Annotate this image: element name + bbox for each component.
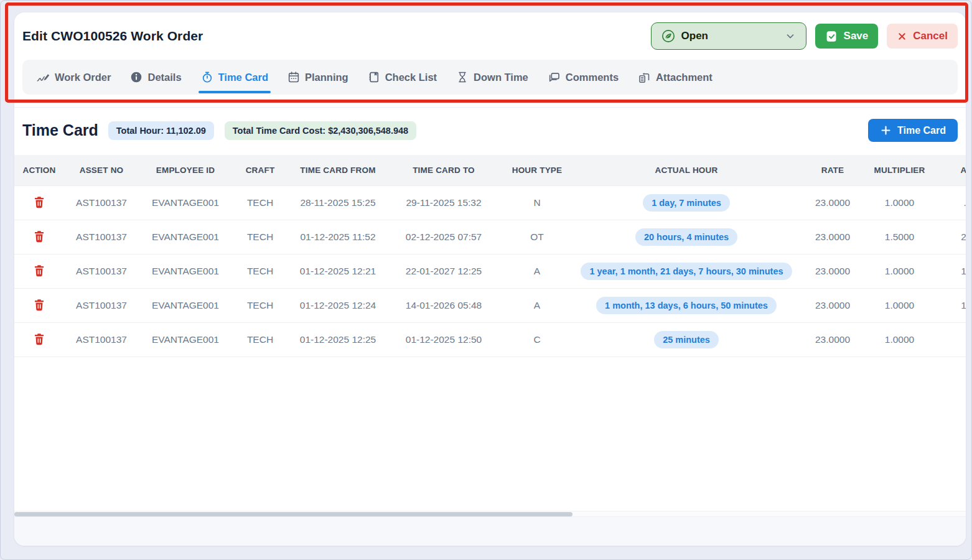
- attachment-icon: [638, 71, 651, 84]
- action-cell: [14, 323, 64, 357]
- plus-icon: [880, 124, 892, 136]
- panel-footer: [14, 516, 966, 546]
- tab-label: Check List: [385, 72, 437, 83]
- delete-row-button[interactable]: [32, 263, 47, 279]
- trash-icon: [33, 298, 45, 312]
- adder-cell: 1.0000: [932, 289, 966, 323]
- signature-icon: [36, 70, 50, 84]
- add-time-card-button[interactable]: Time Card: [868, 119, 958, 142]
- tab-label: Comments: [566, 72, 619, 83]
- action-cell: [14, 186, 64, 220]
- tab-down-time[interactable]: Down Time: [456, 71, 528, 83]
- time-card-from-cell: 01-12-2025 12:24: [288, 289, 388, 323]
- column-header-employee-id: EMPLOYEE ID: [139, 155, 232, 186]
- time-card-from-cell: 01-12-2025 12:25: [288, 323, 388, 357]
- multiplier-cell: 1.0000: [867, 289, 932, 323]
- employee-id-cell: EVANTAGE001: [139, 186, 232, 220]
- tab-label: Planning: [305, 72, 348, 83]
- tab-work-order[interactable]: Work Order: [36, 70, 111, 84]
- tab-label: Down Time: [474, 72, 528, 83]
- column-header-action: ACTION: [14, 155, 64, 186]
- time-card-table: ACTIONASSET NOEMPLOYEE IDCRAFTTIME CARD …: [14, 155, 966, 357]
- close-icon: [897, 31, 907, 42]
- time-card-to-cell: 02-12-2025 07:57: [388, 220, 500, 254]
- multiplier-cell: 1.0000: [867, 323, 932, 357]
- actual-hour-pill: 25 minutes: [654, 331, 719, 348]
- leaf-icon: [661, 29, 675, 43]
- header-controls: Open Save Cancel: [651, 22, 958, 50]
- time-card-to-cell: 14-01-2026 05:48: [388, 289, 500, 323]
- hour-type-cell: A: [500, 254, 574, 289]
- action-cell: [14, 289, 64, 323]
- table-row: AST100137EVANTAGE001TECH01-12-2025 11:52…: [14, 220, 966, 254]
- hour-type-cell: N: [500, 186, 574, 220]
- asset-no-cell: AST100137: [64, 186, 139, 220]
- delete-row-button[interactable]: [32, 194, 47, 210]
- tab-check-list[interactable]: Check List: [368, 71, 437, 83]
- column-header-time-card-from: TIME CARD FROM: [288, 155, 388, 186]
- status-dropdown[interactable]: Open: [651, 22, 806, 50]
- tab-comments[interactable]: Comments: [548, 71, 619, 84]
- tab-label: Time Card: [218, 72, 268, 83]
- tab-bar: Work OrderDetailsTime CardPlanningCheck …: [22, 60, 958, 95]
- calendar-icon: [287, 71, 300, 83]
- employee-id-cell: EVANTAGE001: [139, 254, 232, 289]
- tab-planning[interactable]: Planning: [287, 71, 348, 83]
- page-title: Edit CWO100526 Work Order: [22, 29, 203, 44]
- actual-hour-pill: 1 month, 13 days, 6 hours, 50 minutes: [596, 297, 777, 314]
- craft-cell: TECH: [232, 220, 288, 254]
- asset-no-cell: AST100137: [64, 289, 139, 323]
- time-card-from-cell: 28-11-2025 15:25: [288, 186, 388, 220]
- craft-cell: TECH: [232, 254, 288, 289]
- multiplier-cell: 1.0000: [867, 254, 932, 289]
- tab-label: Work Order: [55, 72, 111, 83]
- delete-row-button[interactable]: [32, 228, 47, 245]
- hourglass-icon: [456, 71, 469, 83]
- adder-cell: [932, 323, 966, 357]
- time-card-section: Time Card Total Hour: 11,102.09 Total Ti…: [14, 108, 966, 511]
- checklist-icon: [368, 71, 380, 83]
- table-header-row: ACTIONASSET NOEMPLOYEE IDCRAFTTIME CARD …: [14, 155, 966, 186]
- cancel-label: Cancel: [913, 30, 948, 42]
- trash-icon: [33, 264, 45, 278]
- table-row: AST100137EVANTAGE001TECH01-12-2025 12:21…: [14, 254, 966, 289]
- actual-hour-pill: 1 year, 1 month, 21 days, 7 hours, 30 mi…: [581, 263, 792, 280]
- actual-hour-cell: 25 minutes: [574, 323, 798, 357]
- time-card-to-cell: 01-12-2025 12:50: [388, 323, 500, 357]
- table-row: AST100137EVANTAGE001TECH28-11-2025 15:25…: [14, 186, 966, 220]
- info-icon: [130, 71, 143, 83]
- action-cell: [14, 220, 64, 254]
- column-header-multiplier: MULTIPLIER: [867, 155, 932, 186]
- adder-cell: 2.0000: [932, 220, 966, 254]
- actual-hour-pill: 1 day, 7 minutes: [643, 194, 730, 212]
- check-square-icon: [825, 30, 838, 43]
- tab-time-card[interactable]: Time Card: [201, 71, 268, 83]
- total-hour-badge: Total Hour: 11,102.09: [108, 121, 214, 140]
- column-header-hour-type: HOUR TYPE: [500, 155, 574, 186]
- scrollbar-thumb[interactable]: [14, 512, 572, 516]
- hour-type-cell: OT: [500, 220, 574, 254]
- column-header-actual-hour: ACTUAL HOUR: [574, 155, 798, 186]
- asset-no-cell: AST100137: [64, 220, 139, 254]
- tab-label: Attachment: [656, 72, 713, 83]
- tab-details[interactable]: Details: [130, 71, 181, 83]
- column-header-craft: CRAFT: [232, 155, 288, 186]
- hour-type-cell: C: [500, 323, 574, 357]
- tab-attachment[interactable]: Attachment: [638, 71, 713, 84]
- column-header-time-card-to: TIME CARD TO: [388, 155, 500, 186]
- table-row: AST100137EVANTAGE001TECH01-12-2025 12:24…: [14, 289, 966, 323]
- rate-cell: 23.0000: [798, 254, 867, 289]
- trash-icon: [33, 332, 45, 346]
- delete-row-button[interactable]: [32, 331, 47, 347]
- rate-cell: 23.0000: [798, 186, 867, 220]
- total-cost-badge: Total Time Card Cost: $2,430,306,548.948: [225, 121, 416, 140]
- employee-id-cell: EVANTAGE001: [139, 220, 232, 254]
- stopwatch-icon: [201, 71, 213, 83]
- trash-icon: [33, 195, 45, 209]
- save-button[interactable]: Save: [815, 24, 879, 49]
- time-card-to-cell: 29-11-2025 15:32: [388, 186, 500, 220]
- cancel-button[interactable]: Cancel: [887, 24, 958, 49]
- delete-row-button[interactable]: [32, 297, 47, 313]
- horizontal-scrollbar[interactable]: [14, 511, 966, 516]
- asset-no-cell: AST100137: [64, 323, 139, 357]
